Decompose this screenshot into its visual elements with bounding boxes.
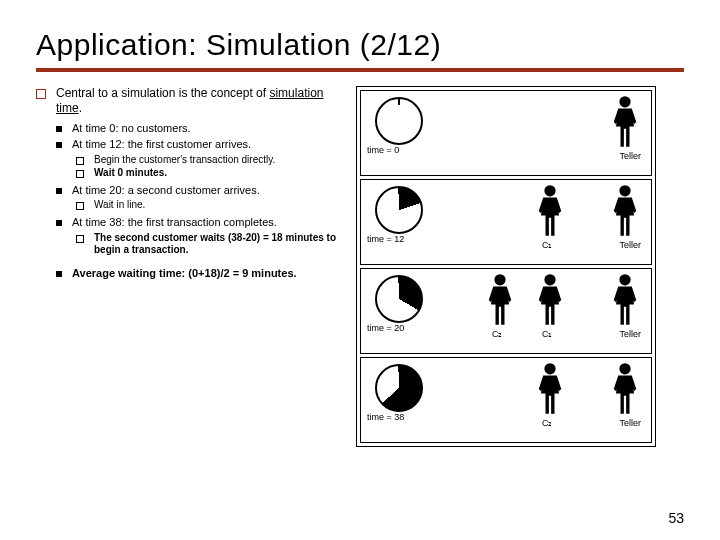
svg-point-2 — [619, 185, 630, 196]
teller-label: Teller — [619, 418, 641, 428]
teller-label: Teller — [619, 151, 641, 161]
clock-icon — [375, 97, 423, 145]
subbullet-text: Begin the customer's transaction directl… — [94, 154, 346, 167]
page-number: 53 — [668, 510, 684, 526]
subbullet-text: Wait in line. — [94, 199, 346, 212]
clock-icon — [375, 275, 423, 323]
time-label: time = 0 — [367, 145, 399, 155]
customer-icon — [536, 362, 564, 416]
slide-title: Application: Simulation (2/12) — [36, 28, 684, 62]
svg-point-6 — [544, 363, 555, 374]
intro-text: Central to a simulation is the concept o… — [56, 86, 346, 116]
bullet-text: At time 20: a second customer arrives. — [72, 184, 346, 198]
bullet-l2-icon — [56, 188, 62, 194]
customer-icon — [536, 273, 564, 327]
intro-suffix: . — [79, 101, 82, 115]
customer-label: C₁ — [542, 329, 553, 339]
teller-icon — [611, 184, 639, 238]
teller-icon — [611, 95, 639, 149]
bullet-l2-icon — [56, 142, 62, 148]
bullet-text: At time 38: the first transaction comple… — [72, 216, 346, 230]
svg-point-3 — [494, 274, 505, 285]
time-label: time = 20 — [367, 323, 404, 333]
teller-icon — [611, 362, 639, 416]
customer-icon — [486, 273, 514, 327]
time-label: time = 12 — [367, 234, 404, 244]
figure-column: time = 0Tellertime = 12C₁Tellertime = 20… — [356, 86, 656, 447]
time-label: time = 38 — [367, 412, 404, 422]
avg-line: Average waiting time: (0+18)/2 = 9 minut… — [72, 267, 346, 281]
svg-point-4 — [544, 274, 555, 285]
panel: time = 38C₂Teller — [360, 357, 652, 443]
bullet-l3-icon — [76, 202, 84, 210]
subbullet-text: The second customer waits (38-20) = 18 m… — [94, 232, 346, 257]
panel: time = 0Teller — [360, 90, 652, 176]
panel: time = 12C₁Teller — [360, 179, 652, 265]
subbullet-text: Wait 0 minutes. — [94, 167, 346, 180]
teller-label: Teller — [619, 329, 641, 339]
bullet-l3-icon — [76, 170, 84, 178]
panel-stack: time = 0Tellertime = 12C₁Tellertime = 20… — [356, 86, 656, 447]
bullet-l3-icon — [76, 157, 84, 165]
bullet-text: At time 12: the first customer arrives. — [72, 138, 346, 152]
bullet-l2-icon — [56, 271, 62, 277]
svg-point-1 — [544, 185, 555, 196]
customer-label: C₁ — [542, 240, 553, 250]
clock-icon — [375, 364, 423, 412]
teller-label: Teller — [619, 240, 641, 250]
bullet-l2-icon — [56, 220, 62, 226]
teller-icon — [611, 273, 639, 327]
title-underline — [36, 68, 684, 72]
text-column: Central to a simulation is the concept o… — [36, 86, 346, 447]
bullet-text: At time 0: no customers. — [72, 122, 346, 136]
bullet-l1-icon — [36, 89, 46, 99]
customer-icon — [536, 184, 564, 238]
intro-prefix: Central to a simulation is the concept o… — [56, 86, 269, 100]
svg-point-7 — [619, 363, 630, 374]
customer-label: C₂ — [492, 329, 503, 339]
bullet-l3-icon — [76, 235, 84, 243]
svg-point-0 — [619, 96, 630, 107]
bullet-l2-icon — [56, 126, 62, 132]
svg-point-5 — [619, 274, 630, 285]
clock-icon — [375, 186, 423, 234]
panel: time = 20C₂C₁Teller — [360, 268, 652, 354]
customer-label: C₂ — [542, 418, 553, 428]
